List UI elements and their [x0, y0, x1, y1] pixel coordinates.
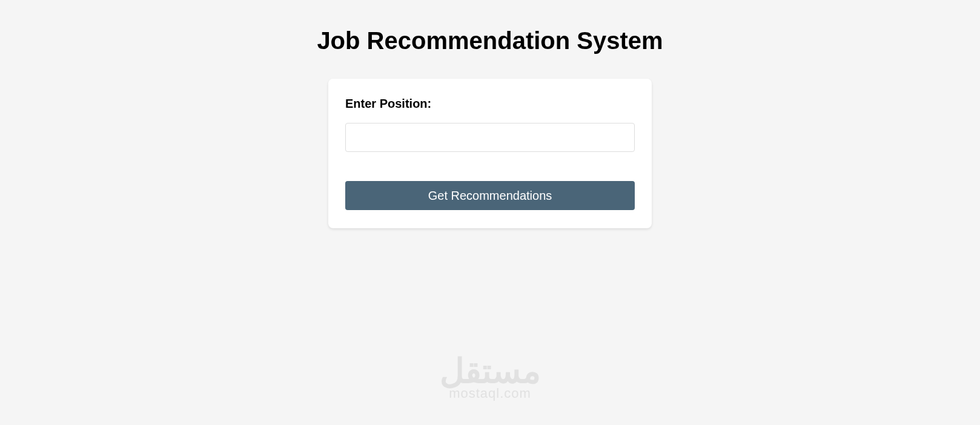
page-title: Job Recommendation System	[317, 27, 663, 54]
recommendation-form-card: Enter Position: Get Recommendations	[328, 79, 652, 228]
watermark-logo: مستقل mostaql.com	[429, 354, 551, 401]
watermark-latin-text: mostaql.com	[429, 386, 551, 401]
get-recommendations-button[interactable]: Get Recommendations	[345, 181, 635, 210]
watermark-arabic-text: مستقل	[429, 354, 551, 388]
position-input[interactable]	[345, 123, 635, 152]
position-label: Enter Position:	[345, 97, 635, 111]
